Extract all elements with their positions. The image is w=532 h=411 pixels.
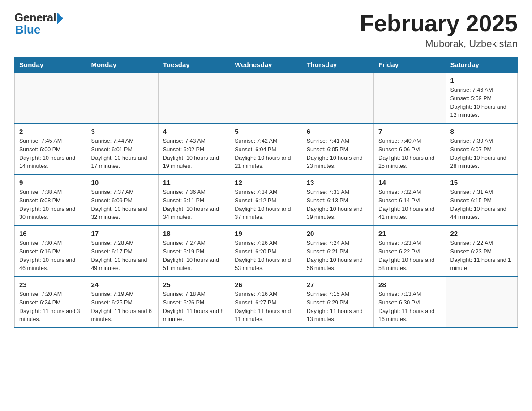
day-info: Sunrise: 7:13 AMSunset: 6:30 PMDaylight:…	[378, 290, 441, 324]
calendar-cell: 19Sunrise: 7:26 AMSunset: 6:20 PMDayligh…	[230, 226, 302, 277]
day-info: Sunrise: 7:27 AMSunset: 6:19 PMDaylight:…	[163, 239, 225, 273]
calendar-cell	[374, 73, 446, 124]
day-number: 21	[378, 230, 441, 237]
calendar-cell: 6Sunrise: 7:41 AMSunset: 6:05 PMDaylight…	[302, 124, 373, 175]
day-info: Sunrise: 7:23 AMSunset: 6:22 PMDaylight:…	[378, 239, 441, 273]
day-info: Sunrise: 7:38 AMSunset: 6:08 PMDaylight:…	[19, 188, 82, 222]
day-number: 23	[19, 281, 82, 288]
day-info: Sunrise: 7:19 AMSunset: 6:25 PMDaylight:…	[91, 290, 153, 324]
calendar-cell: 10Sunrise: 7:37 AMSunset: 6:09 PMDayligh…	[86, 175, 158, 226]
calendar-cell: 24Sunrise: 7:19 AMSunset: 6:25 PMDayligh…	[86, 277, 158, 328]
calendar-cell: 27Sunrise: 7:15 AMSunset: 6:29 PMDayligh…	[302, 277, 373, 328]
calendar-cell: 21Sunrise: 7:23 AMSunset: 6:22 PMDayligh…	[374, 226, 446, 277]
day-number: 6	[307, 128, 369, 135]
calendar-cell: 23Sunrise: 7:20 AMSunset: 6:24 PMDayligh…	[15, 277, 86, 328]
calendar-week-row: 16Sunrise: 7:30 AMSunset: 6:16 PMDayligh…	[15, 226, 518, 277]
day-number: 16	[19, 230, 82, 237]
day-number: 11	[163, 179, 225, 186]
day-info: Sunrise: 7:22 AMSunset: 6:23 PMDaylight:…	[450, 239, 513, 273]
day-info: Sunrise: 7:15 AMSunset: 6:29 PMDaylight:…	[307, 290, 369, 324]
calendar-week-row: 1Sunrise: 7:46 AMSunset: 5:59 PMDaylight…	[15, 73, 518, 124]
calendar-week-row: 23Sunrise: 7:20 AMSunset: 6:24 PMDayligh…	[15, 277, 518, 328]
day-number: 2	[19, 128, 82, 135]
day-number: 14	[378, 179, 441, 186]
day-info: Sunrise: 7:36 AMSunset: 6:11 PMDaylight:…	[163, 188, 225, 222]
calendar-cell: 15Sunrise: 7:31 AMSunset: 6:15 PMDayligh…	[446, 175, 517, 226]
calendar-cell	[158, 73, 230, 124]
day-info: Sunrise: 7:24 AMSunset: 6:21 PMDaylight:…	[307, 239, 369, 273]
day-number: 13	[307, 179, 369, 186]
day-number: 25	[163, 281, 225, 288]
calendar-cell: 8Sunrise: 7:39 AMSunset: 6:07 PMDaylight…	[446, 124, 517, 175]
day-info: Sunrise: 7:20 AMSunset: 6:24 PMDaylight:…	[19, 290, 82, 324]
calendar-cell	[230, 73, 302, 124]
day-number: 15	[450, 179, 513, 186]
day-number: 1	[450, 77, 513, 84]
day-number: 4	[163, 128, 225, 135]
day-number: 26	[235, 281, 297, 288]
calendar-cell	[302, 73, 373, 124]
day-info: Sunrise: 7:18 AMSunset: 6:26 PMDaylight:…	[163, 290, 225, 324]
calendar-cell: 22Sunrise: 7:22 AMSunset: 6:23 PMDayligh…	[446, 226, 517, 277]
calendar-cell: 18Sunrise: 7:27 AMSunset: 6:19 PMDayligh…	[158, 226, 230, 277]
month-title: February 2025	[360, 11, 518, 36]
calendar-cell: 5Sunrise: 7:42 AMSunset: 6:04 PMDaylight…	[230, 124, 302, 175]
day-number: 27	[307, 281, 369, 288]
day-number: 10	[91, 179, 153, 186]
day-of-week-header: Monday	[86, 57, 158, 73]
day-number: 9	[19, 179, 82, 186]
calendar-cell: 26Sunrise: 7:16 AMSunset: 6:27 PMDayligh…	[230, 277, 302, 328]
location-subtitle: Muborak, Uzbekistan	[360, 38, 518, 50]
calendar-cell	[15, 73, 86, 124]
day-info: Sunrise: 7:16 AMSunset: 6:27 PMDaylight:…	[235, 290, 297, 324]
page-header: General Blue February 2025 Muborak, Uzbe…	[14, 11, 518, 50]
day-number: 17	[91, 230, 153, 237]
calendar-cell: 3Sunrise: 7:44 AMSunset: 6:01 PMDaylight…	[86, 124, 158, 175]
day-number: 24	[91, 281, 153, 288]
day-of-week-header: Thursday	[302, 57, 373, 73]
calendar-cell: 17Sunrise: 7:28 AMSunset: 6:17 PMDayligh…	[86, 226, 158, 277]
day-number: 18	[163, 230, 225, 237]
day-info: Sunrise: 7:37 AMSunset: 6:09 PMDaylight:…	[91, 188, 153, 222]
day-info: Sunrise: 7:46 AMSunset: 5:59 PMDaylight:…	[450, 86, 513, 120]
day-number: 12	[235, 179, 297, 186]
day-info: Sunrise: 7:31 AMSunset: 6:15 PMDaylight:…	[450, 188, 513, 222]
calendar-cell: 4Sunrise: 7:43 AMSunset: 6:02 PMDaylight…	[158, 124, 230, 175]
logo: General Blue	[14, 11, 63, 37]
calendar-table: SundayMondayTuesdayWednesdayThursdayFrid…	[14, 57, 518, 328]
day-number: 7	[378, 128, 441, 135]
day-of-week-header: Saturday	[446, 57, 517, 73]
day-number: 22	[450, 230, 513, 237]
day-of-week-header: Sunday	[15, 57, 86, 73]
day-info: Sunrise: 7:41 AMSunset: 6:05 PMDaylight:…	[307, 137, 369, 171]
calendar-week-row: 2Sunrise: 7:45 AMSunset: 6:00 PMDaylight…	[15, 124, 518, 175]
calendar-cell: 20Sunrise: 7:24 AMSunset: 6:21 PMDayligh…	[302, 226, 373, 277]
day-number: 8	[450, 128, 513, 135]
day-info: Sunrise: 7:43 AMSunset: 6:02 PMDaylight:…	[163, 137, 225, 171]
day-info: Sunrise: 7:39 AMSunset: 6:07 PMDaylight:…	[450, 137, 513, 171]
calendar-cell	[446, 277, 517, 328]
title-block: February 2025 Muborak, Uzbekistan	[360, 11, 518, 50]
day-of-week-header: Friday	[374, 57, 446, 73]
day-number: 3	[91, 128, 153, 135]
day-number: 19	[235, 230, 297, 237]
calendar-week-row: 9Sunrise: 7:38 AMSunset: 6:08 PMDaylight…	[15, 175, 518, 226]
logo-arrow-icon	[57, 12, 63, 25]
day-of-week-header: Tuesday	[158, 57, 230, 73]
calendar-cell: 28Sunrise: 7:13 AMSunset: 6:30 PMDayligh…	[374, 277, 446, 328]
calendar-cell: 16Sunrise: 7:30 AMSunset: 6:16 PMDayligh…	[15, 226, 86, 277]
calendar-cell: 11Sunrise: 7:36 AMSunset: 6:11 PMDayligh…	[158, 175, 230, 226]
day-info: Sunrise: 7:44 AMSunset: 6:01 PMDaylight:…	[91, 137, 153, 171]
day-info: Sunrise: 7:40 AMSunset: 6:06 PMDaylight:…	[378, 137, 441, 171]
calendar-cell: 2Sunrise: 7:45 AMSunset: 6:00 PMDaylight…	[15, 124, 86, 175]
calendar-cell: 9Sunrise: 7:38 AMSunset: 6:08 PMDaylight…	[15, 175, 86, 226]
day-number: 20	[307, 230, 369, 237]
day-info: Sunrise: 7:45 AMSunset: 6:00 PMDaylight:…	[19, 137, 82, 171]
day-info: Sunrise: 7:26 AMSunset: 6:20 PMDaylight:…	[235, 239, 297, 273]
day-info: Sunrise: 7:34 AMSunset: 6:12 PMDaylight:…	[235, 188, 297, 222]
calendar-cell: 13Sunrise: 7:33 AMSunset: 6:13 PMDayligh…	[302, 175, 373, 226]
day-info: Sunrise: 7:28 AMSunset: 6:17 PMDaylight:…	[91, 239, 153, 273]
day-number: 28	[378, 281, 441, 288]
calendar-cell: 25Sunrise: 7:18 AMSunset: 6:26 PMDayligh…	[158, 277, 230, 328]
day-info: Sunrise: 7:32 AMSunset: 6:14 PMDaylight:…	[378, 188, 441, 222]
